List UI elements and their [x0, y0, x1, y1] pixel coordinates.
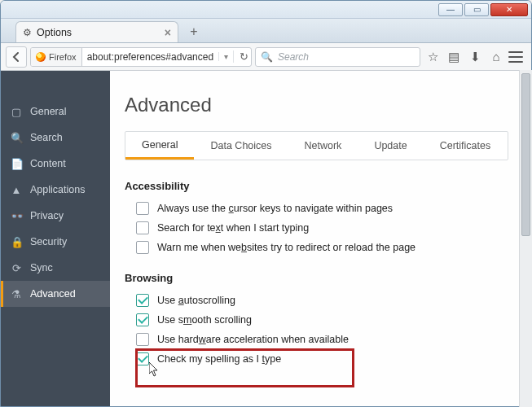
section-accessibility: Accessibility Always use the cursor keys…: [125, 180, 508, 257]
checkbox-label[interactable]: Search for text when I start typing: [157, 222, 309, 234]
accessibility-option-2: Warn me when websites try to redirect or…: [125, 238, 508, 257]
tab-general[interactable]: General: [125, 132, 194, 160]
tab-network[interactable]: Network: [288, 132, 358, 160]
close-button[interactable]: ✕: [490, 3, 528, 16]
tab-data-choices[interactable]: Data Choices: [194, 132, 288, 160]
sidebar-icon: ▢: [11, 106, 22, 118]
checkbox[interactable]: [136, 294, 149, 307]
window-titlebar: — ▭ ✕: [1, 1, 531, 19]
firefox-icon: [36, 52, 46, 62]
new-tab-button[interactable]: +: [183, 23, 204, 41]
back-button[interactable]: [6, 46, 27, 68]
url-dropdown-icon[interactable]: ▾: [218, 52, 233, 61]
menu-button[interactable]: [508, 51, 526, 63]
home-icon[interactable]: ⌂: [487, 50, 505, 63]
tab-certificates[interactable]: Certificates: [424, 132, 508, 160]
tab-label: Options: [37, 27, 160, 38]
checkbox-label[interactable]: Use autoscrolling: [157, 295, 235, 306]
sidebar-item-general[interactable]: ▢General: [1, 98, 110, 125]
sidebar-item-label: Advanced: [30, 288, 76, 300]
browsing-heading: Browsing: [125, 272, 508, 284]
sidebar-item-security[interactable]: 🔒Security: [1, 229, 110, 255]
sidebar-item-privacy[interactable]: 👓Privacy: [1, 203, 110, 229]
browser-window: — ▭ ✕ ⚙ Options × + Firefox about:prefer…: [0, 0, 532, 407]
checkbox-label[interactable]: Always use the cursor keys to navigate w…: [157, 203, 393, 214]
sidebar-item-label: Sync: [30, 262, 53, 274]
sidebar-item-search[interactable]: 🔍Search: [1, 125, 110, 151]
tab-close-icon[interactable]: ×: [165, 26, 171, 39]
search-placeholder: Search: [278, 51, 309, 63]
advanced-subtabs: GeneralData ChoicesNetworkUpdateCertific…: [125, 131, 508, 160]
identity-label: Firefox: [49, 52, 77, 62]
sidebar-icon: 📄: [11, 158, 22, 170]
checkbox[interactable]: [136, 241, 149, 254]
checkbox-label[interactable]: Use smooth scrolling: [157, 314, 252, 326]
search-bar[interactable]: 🔍 Search: [255, 47, 420, 67]
sidebar-icon: 🔒: [11, 236, 22, 248]
browsing-option-1: Use smooth scrolling: [125, 310, 508, 330]
tab-strip: ⚙ Options × +: [1, 19, 531, 43]
minimize-button[interactable]: —: [438, 3, 463, 16]
browsing-option-2: Use hardware acceleration when available: [125, 330, 508, 349]
sidebar-item-applications[interactable]: ▲Applications: [1, 177, 110, 203]
sidebar-item-label: Security: [30, 236, 67, 247]
site-identity-chip[interactable]: Firefox: [31, 48, 82, 66]
checkbox-label[interactable]: Warn me when websites try to redirect or…: [157, 242, 415, 253]
gear-icon: ⚙: [23, 27, 32, 38]
reader-clipboard-icon[interactable]: ▤: [445, 50, 463, 64]
accessibility-heading: Accessibility: [125, 180, 508, 192]
checkbox[interactable]: [136, 202, 149, 215]
url-bar[interactable]: Firefox about:preferences#advanced ▾ ↻: [30, 47, 252, 67]
checkbox[interactable]: [136, 313, 149, 326]
preferences-main: Advanced GeneralData ChoicesNetworkUpdat…: [110, 71, 531, 406]
sidebar-icon: 👓: [11, 210, 22, 222]
checkbox[interactable]: [136, 221, 149, 234]
search-icon: 🔍: [261, 51, 273, 63]
sidebar-item-label: General: [30, 106, 66, 117]
preferences-sidebar: ▢General🔍Search📄Content▲Applications👓Pri…: [1, 71, 110, 406]
back-arrow-icon: [11, 51, 22, 63]
sidebar-item-content[interactable]: 📄Content: [1, 151, 110, 177]
sidebar-item-label: Privacy: [30, 210, 64, 221]
sidebar-icon: ⟳: [11, 262, 22, 274]
url-text: about:preferences#advanced: [82, 51, 218, 63]
sidebar-item-label: Applications: [30, 184, 85, 195]
nav-toolbar: Firefox about:preferences#advanced ▾ ↻ 🔍…: [1, 43, 531, 71]
sidebar-item-advanced[interactable]: ⚗Advanced: [1, 281, 110, 307]
sidebar-item-label: Content: [30, 158, 66, 169]
sidebar-icon: ▲: [11, 184, 22, 196]
scrollbar-track[interactable]: [519, 70, 532, 407]
content-area: ▢General🔍Search📄Content▲Applications👓Pri…: [1, 71, 531, 406]
sidebar-item-sync[interactable]: ⟳Sync: [1, 255, 110, 281]
scrollbar-thumb[interactable]: [521, 73, 530, 236]
browsing-option-3: Check my spelling as I type: [125, 349, 508, 369]
sidebar-icon: 🔍: [11, 132, 22, 144]
page-title: Advanced: [125, 94, 508, 116]
accessibility-option-1: Search for text when I start typing: [125, 218, 508, 238]
browser-tab-options[interactable]: ⚙ Options ×: [15, 21, 178, 42]
accessibility-option-0: Always use the cursor keys to navigate w…: [125, 199, 508, 218]
checkbox[interactable]: [136, 333, 149, 346]
bookmark-star-icon[interactable]: ☆: [424, 50, 442, 64]
maximize-button[interactable]: ▭: [464, 3, 489, 16]
section-browsing: Browsing Use autoscrollingUse smooth scr…: [125, 272, 508, 369]
checkbox[interactable]: [136, 352, 149, 365]
tab-update[interactable]: Update: [358, 132, 423, 160]
checkbox-label[interactable]: Use hardware acceleration when available: [157, 334, 349, 345]
checkbox-label[interactable]: Check my spelling as I type: [157, 353, 281, 365]
browsing-option-0: Use autoscrolling: [125, 291, 508, 310]
hamburger-icon: [508, 51, 523, 63]
downloads-icon[interactable]: ⬇: [466, 50, 484, 64]
reload-icon[interactable]: ↻: [233, 50, 252, 63]
sidebar-item-label: Search: [30, 132, 63, 143]
sidebar-icon: ⚗: [11, 288, 22, 300]
